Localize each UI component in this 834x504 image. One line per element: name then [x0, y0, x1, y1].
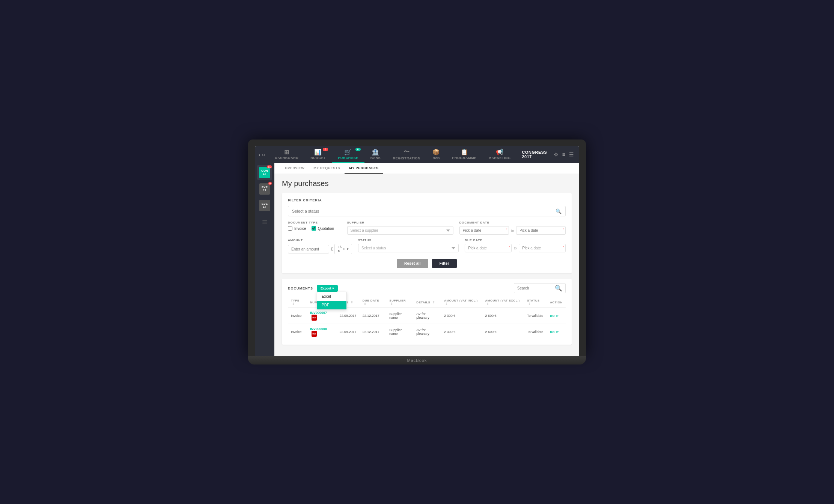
doc-date-from-required: *: [506, 228, 507, 231]
tab-purchase[interactable]: 6 🛒 PURCHASE: [332, 146, 364, 163]
b2b-icon: 📦: [432, 148, 440, 156]
sidebar-item-list[interactable]: ☰: [257, 214, 272, 230]
sort-amount-incl-icon[interactable]: ⇕: [445, 302, 448, 306]
due-date-to-input[interactable]: [519, 244, 566, 252]
col-supplier: SUPPLIER ⇕: [386, 297, 413, 308]
status-select[interactable]: Select a status: [358, 244, 459, 252]
doc-date-label: DOCUMENT DATE: [459, 221, 566, 224]
doc-date-from-input[interactable]: [459, 226, 509, 235]
tab-bank-label: BANK: [370, 156, 381, 160]
currency-symbol: €: [331, 247, 333, 251]
amount-adj-label: +/- €: [338, 245, 342, 253]
subnav-overview[interactable]: OVERVIEW: [280, 163, 309, 174]
row1-due-date: 22.12.2017: [360, 308, 387, 324]
quotation-checkbox[interactable]: [312, 226, 316, 231]
circle-icon: ○: [262, 152, 265, 158]
document-search-input[interactable]: [517, 286, 555, 290]
doc-date-to-wrapper: *: [516, 226, 566, 235]
sort-due-date-icon[interactable]: ⇕: [364, 302, 367, 306]
sort-status-icon[interactable]: ⇕: [528, 302, 531, 306]
amount-adj-value: 0: [343, 247, 345, 251]
tab-dashboard[interactable]: ⊞ DASHBOARD: [269, 146, 304, 163]
row2-num-link[interactable]: INV000008: [310, 327, 327, 331]
menu-icon[interactable]: ☰: [569, 152, 574, 158]
amount-adjustment[interactable]: +/- € 0 ▾: [334, 244, 352, 254]
tab-marketing[interactable]: 📢 MARKETING: [483, 146, 517, 163]
doc-date-from-wrapper: *: [459, 226, 509, 235]
nav-home-button[interactable]: ‹ ○: [259, 152, 265, 158]
row1-num-link[interactable]: INV000007: [310, 311, 327, 315]
status-search-input[interactable]: [292, 206, 555, 216]
list-icon[interactable]: ≡: [562, 152, 565, 158]
supplier-select[interactable]: Select a supplier: [347, 226, 453, 235]
document-search-bar[interactable]: 🔍: [514, 283, 566, 293]
filter-group-doc-type: DOCUMENT TYPE Invoice Quotat: [288, 221, 341, 235]
reset-all-button[interactable]: Reset all: [397, 259, 428, 268]
search-icon: 🔍: [555, 208, 562, 214]
quotation-checkbox-item: Quotation: [312, 226, 334, 231]
laptop-base: MacBook: [248, 356, 586, 364]
amount-input[interactable]: [288, 245, 329, 254]
due-date-range: * to *: [465, 244, 566, 252]
chevron-icon: ‹: [259, 152, 260, 158]
filter-button[interactable]: Filter: [432, 259, 457, 268]
row2-amount-incl: 2 300 €: [441, 324, 482, 340]
row1-status: To validate: [524, 308, 547, 324]
doc-date-to-input[interactable]: [516, 226, 566, 235]
sort-type-icon[interactable]: ⇕: [292, 302, 295, 306]
row2-pdf-icon[interactable]: PDF: [312, 331, 317, 337]
export-excel[interactable]: Excel: [317, 292, 346, 301]
page-content-area: My purchases FILTER CRITERIA 🔍: [274, 174, 579, 356]
list-view-icon: ☰: [262, 219, 267, 226]
invoice-label: Invoice: [294, 226, 306, 231]
col-status: STATUS ⇕: [524, 297, 547, 308]
row1-num: INV000007 PDF: [307, 308, 337, 324]
sidebar-item-eve17[interactable]: EVE17: [257, 198, 272, 213]
purchase-badge: 6: [355, 148, 361, 151]
purchase-icon: 🛒: [344, 148, 352, 156]
registration-icon: 〜: [403, 148, 410, 156]
col-action: ACTION: [547, 297, 566, 308]
table-row: Invoice INV000008 PDF 22.09.2017 22.12.2…: [288, 324, 566, 340]
invoice-checkbox-item: Invoice: [288, 226, 306, 231]
export-pdf[interactable]: PDF: [317, 301, 346, 309]
sort-amount-excl-icon[interactable]: ⇕: [486, 302, 489, 306]
main-content: OVERVIEW MY REQUESTS MY PURCHASES My pur…: [274, 163, 579, 356]
table-body: Invoice INV000007 PDF 22.09.2017 22.12.2…: [288, 308, 566, 340]
row1-date: 22.09.2017: [337, 308, 360, 324]
page-title: My purchases: [282, 179, 572, 188]
budget-badge: 5: [323, 148, 328, 151]
tab-b2b[interactable]: 📦 B2B: [426, 146, 446, 163]
documents-header: DOCUMENTS Export ▾ Excel PDF: [288, 283, 566, 293]
row2-num: INV000008 PDF: [307, 324, 337, 340]
tab-purchase-label: PURCHASE: [338, 156, 358, 160]
row1-pdf-icon[interactable]: PDF: [312, 315, 317, 321]
sort-date-icon[interactable]: ⇕: [351, 301, 354, 304]
tab-programme[interactable]: 📋 PROGRAMME: [446, 146, 483, 163]
subnav-my-requests[interactable]: MY REQUESTS: [309, 163, 345, 174]
subnav-my-purchases[interactable]: MY PURCHASES: [345, 163, 383, 174]
status-search-bar[interactable]: 🔍: [288, 206, 566, 216]
sort-details-icon[interactable]: ⇕: [432, 301, 435, 304]
sidebar-item-con17[interactable]: CON17 11: [257, 165, 272, 180]
quotation-label: Quotation: [318, 226, 334, 231]
sub-navigation: OVERVIEW MY REQUESTS MY PURCHASES: [274, 163, 579, 174]
col-details: DETAILS ⇕: [413, 297, 441, 308]
export-button[interactable]: Export ▾: [317, 285, 338, 292]
tab-bank[interactable]: 🏦 BANK: [364, 146, 387, 163]
invoice-checkbox[interactable]: [288, 226, 292, 231]
main-layout: CON17 11 EXP17 6 EVE17 ☰: [255, 163, 579, 356]
row2-action-link[interactable]: DO IT: [550, 330, 559, 334]
filter-group-due-date: DUE DATE * to: [465, 238, 566, 254]
row1-action-link[interactable]: DO IT: [550, 314, 559, 318]
row2-status: To validate: [524, 324, 547, 340]
nav-tabs-container: ⊞ DASHBOARD 5 📊 BUDGET 6 🛒 PURCHASE: [269, 146, 516, 163]
tab-registration[interactable]: 〜 REGISTRATION: [387, 146, 426, 163]
settings-icon[interactable]: ⚙: [554, 152, 559, 158]
sidebar-item-exp17[interactable]: EXP17 6: [257, 182, 272, 196]
bank-icon: 🏦: [372, 148, 379, 156]
due-date-from-input[interactable]: [465, 244, 512, 252]
doc-date-to-label: to: [510, 229, 515, 232]
tab-budget[interactable]: 5 📊 BUDGET: [304, 146, 332, 163]
sort-supplier-icon[interactable]: ⇕: [390, 302, 393, 306]
